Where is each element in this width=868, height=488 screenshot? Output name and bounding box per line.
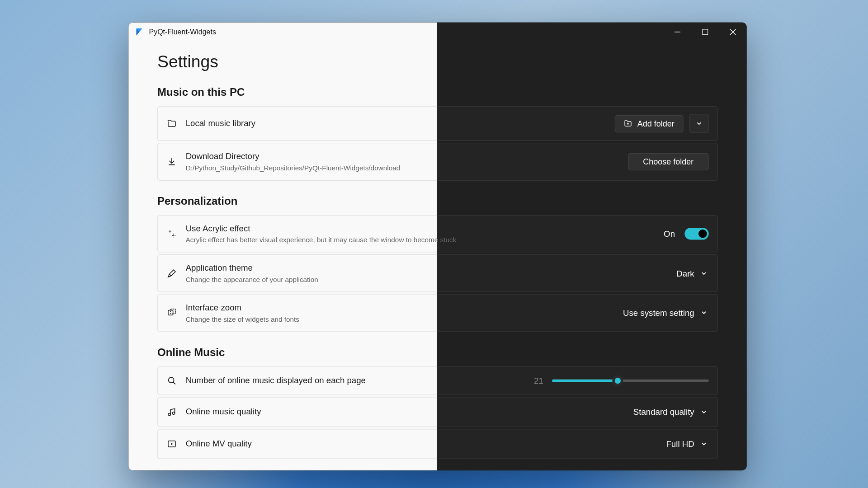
- svg-point-12: [168, 413, 170, 415]
- theme-title: Application theme: [186, 262, 667, 274]
- section-music-pc: Music on this PC: [157, 86, 718, 99]
- svg-rect-1: [703, 29, 708, 35]
- music-quality-dropdown[interactable]: Standard quality: [632, 405, 709, 419]
- svg-marker-15: [171, 443, 173, 445]
- card-mv-quality: Online MV quality Full HD: [157, 429, 718, 459]
- card-music-quality: Online music quality Standard quality: [157, 397, 718, 427]
- close-button[interactable]: [719, 22, 747, 42]
- titlebar: PyQt-Fluent-Widgets: [128, 22, 747, 42]
- add-folder-icon: [624, 119, 632, 128]
- zoom-sub: Change the size of widgets and fonts: [186, 314, 613, 324]
- download-dir-path: D:/Python_Study/Github_Repositories/PyQt…: [186, 163, 620, 173]
- video-icon: [166, 438, 177, 449]
- page-count-slider[interactable]: [552, 380, 709, 382]
- svg-point-13: [172, 412, 175, 414]
- acrylic-toggle-label: On: [664, 229, 675, 239]
- chevron-down-icon: [700, 440, 708, 447]
- music-icon: [166, 407, 177, 418]
- page-count-title: Number of online music displayed on each…: [186, 375, 526, 386]
- expand-library-button[interactable]: [689, 114, 709, 133]
- card-download-dir: Download Directory D:/Python_Study/Githu…: [157, 143, 718, 181]
- add-folder-button[interactable]: Add folder: [615, 115, 684, 132]
- mv-quality-dropdown[interactable]: Full HD: [665, 436, 709, 451]
- folder-icon: [166, 118, 177, 129]
- svg-line-11: [173, 382, 175, 385]
- app-icon: [134, 27, 144, 37]
- card-theme: Application theme Change the appearance …: [157, 254, 718, 292]
- search-icon: [166, 375, 177, 386]
- chevron-down-icon: [700, 408, 708, 416]
- acrylic-title: Use Acrylic effect: [186, 223, 656, 235]
- download-icon: [166, 156, 177, 167]
- section-personalization: Personalization: [157, 195, 718, 208]
- music-quality-title: Online music quality: [186, 406, 624, 418]
- card-local-library: Local music library Add folder: [157, 106, 718, 141]
- theme-sub: Change the appearance of your applicatio…: [186, 275, 667, 284]
- section-online-music: Online Music: [157, 346, 718, 359]
- zoom-icon: [166, 308, 177, 319]
- zoom-dropdown[interactable]: Use system setting: [622, 306, 709, 320]
- mv-quality-title: Online MV quality: [186, 438, 657, 450]
- svg-point-10: [169, 377, 174, 383]
- download-dir-title: Download Directory: [186, 150, 620, 162]
- chevron-down-icon: [700, 270, 708, 277]
- card-zoom: Interface zoom Change the size of widget…: [157, 294, 718, 332]
- app-window: PyQt-Fluent-Widgets Settings Music on th…: [128, 22, 747, 470]
- theme-dropdown[interactable]: Dark: [675, 266, 709, 281]
- slider-value: 21: [534, 376, 543, 385]
- window-title: PyQt-Fluent-Widgets: [149, 28, 216, 36]
- svg-rect-8: [168, 310, 173, 315]
- sparkle-icon: [166, 228, 177, 239]
- card-acrylic: Use Acrylic effect Acrylic effect has be…: [157, 215, 718, 253]
- page-title: Settings: [157, 52, 718, 72]
- zoom-title: Interface zoom: [186, 302, 613, 314]
- choose-folder-button[interactable]: Choose folder: [628, 153, 709, 171]
- chevron-down-icon: [700, 310, 708, 317]
- acrylic-sub: Acrylic effect has better visual experie…: [186, 235, 656, 244]
- acrylic-toggle[interactable]: [685, 228, 709, 240]
- card-page-count: Number of online music displayed on each…: [157, 366, 718, 395]
- brush-icon: [166, 268, 177, 279]
- local-library-title: Local music library: [186, 117, 607, 129]
- maximize-button[interactable]: [691, 22, 719, 42]
- minimize-button[interactable]: [664, 22, 691, 42]
